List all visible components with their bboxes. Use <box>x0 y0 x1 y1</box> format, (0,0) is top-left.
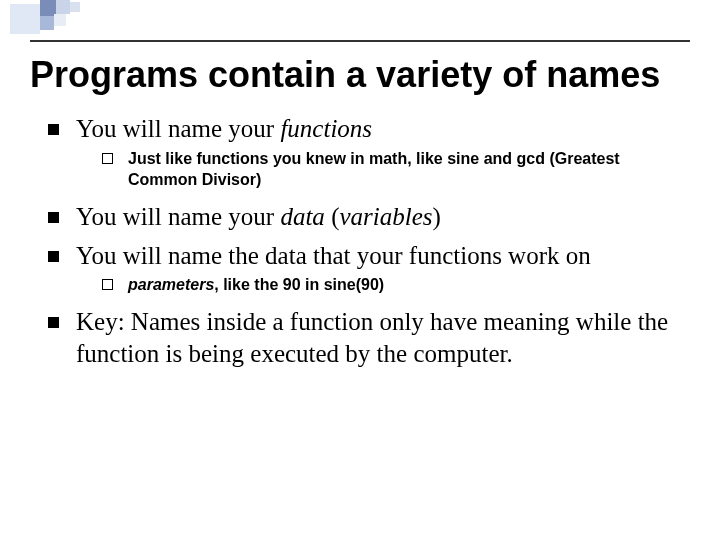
sub-list: parameters, like the 90 in sine(90) <box>76 274 690 296</box>
bullet-item-key: Key: Names inside a function only have m… <box>48 306 690 371</box>
bullet-italic: data <box>280 203 324 230</box>
bullet-text: You will name your <box>76 115 280 142</box>
bullet-text: ( <box>325 203 340 230</box>
sub-item: parameters, like the 90 in sine(90) <box>102 274 690 296</box>
sub-italic: parameters <box>128 276 214 293</box>
bullet-italic: functions <box>280 115 372 142</box>
sub-list: Just like functions you knew in math, li… <box>76 148 690 191</box>
bullet-item-function-data: You will name the data that your functio… <box>48 240 690 296</box>
sub-item: Just like functions you knew in math, li… <box>102 148 690 191</box>
divider-top <box>30 40 690 42</box>
bullet-text: You will name the data that your functio… <box>76 242 591 269</box>
bullet-text: Key: Names inside a function only have m… <box>76 308 668 368</box>
sub-text: , like the 90 in sine(90) <box>214 276 384 293</box>
bullet-item-functions: You will name your functions Just like f… <box>48 113 690 191</box>
bullet-text: You will name your <box>76 203 280 230</box>
bullet-list: You will name your functions Just like f… <box>30 113 690 370</box>
corner-decoration <box>0 0 160 40</box>
bullet-item-data: You will name your data (variables) <box>48 201 690 234</box>
slide-title: Programs contain a variety of names <box>30 54 690 95</box>
slide-content: Programs contain a variety of names You … <box>30 54 690 377</box>
bullet-italic: variables <box>339 203 432 230</box>
sub-text: Just like functions you knew in math, li… <box>128 150 620 189</box>
bullet-text: ) <box>433 203 441 230</box>
